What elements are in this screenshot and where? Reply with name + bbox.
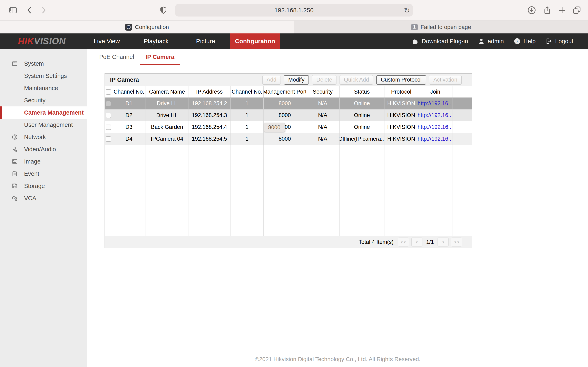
- content-area: PoE Channel IP Camera IP Camera Add Modi…: [87, 49, 588, 367]
- help-label: Help: [523, 38, 536, 45]
- filler-cell: [112, 145, 146, 236]
- table-header-row: Channel No. Camera Name IP Address Chann…: [105, 86, 472, 98]
- camera-link[interactable]: http://192.16...: [418, 112, 452, 118]
- nav-configuration[interactable]: Configuration: [230, 33, 280, 49]
- new-tab-icon[interactable]: [556, 4, 568, 16]
- download-plugin-label: Download Plug-in: [422, 38, 468, 45]
- spacer: [11, 73, 18, 79]
- row-checkbox[interactable]: [106, 136, 111, 142]
- share-icon[interactable]: [541, 4, 553, 16]
- col-ip-address: IP Address: [189, 86, 231, 98]
- row-checkbox-cell: [105, 98, 112, 109]
- table-row[interactable]: D4 IPCamera 04 192.168.254.5 1 8000 N/A …: [105, 133, 472, 145]
- sidebar-item-image[interactable]: Image: [0, 155, 87, 167]
- privacy-shield-icon[interactable]: [158, 4, 169, 16]
- activation-button[interactable]: Activation: [429, 75, 462, 85]
- back-icon[interactable]: [24, 4, 35, 16]
- cell-empty: [452, 133, 472, 145]
- first-page-button[interactable]: <<: [398, 238, 409, 247]
- vca-icon: ★: [11, 195, 18, 201]
- cell-join: http://192.16...: [418, 109, 452, 121]
- delete-button[interactable]: Delete: [312, 75, 337, 85]
- tab-poe-channel[interactable]: PoE Channel: [94, 49, 140, 65]
- sidebar-item-user-management[interactable]: User Management: [0, 119, 87, 131]
- camera-link[interactable]: http://192.16...: [418, 100, 452, 107]
- sidebar-item-maintenance[interactable]: Maintenance: [0, 82, 87, 94]
- svg-text:i: i: [517, 39, 518, 44]
- download-plugin-button[interactable]: Download Plug-in: [412, 38, 468, 45]
- camera-link[interactable]: http://192.16...: [418, 124, 452, 130]
- spacer: [11, 109, 18, 116]
- cell-security: N/A: [306, 109, 339, 121]
- col-channel-no: Channel No.: [112, 86, 146, 98]
- copyright-text: ©2021 Hikvision Digital Technology Co., …: [87, 356, 588, 363]
- sidebar-item-system-settings[interactable]: System Settings: [0, 70, 87, 82]
- sidebar-item-event[interactable]: Event: [0, 167, 87, 180]
- cell-channel2: 1: [231, 121, 264, 133]
- cell-ip: 192.168.254.5: [189, 133, 231, 145]
- logout-label: Logout: [555, 38, 573, 45]
- spacer: [11, 97, 18, 104]
- panel-buttons: Add Modify Delete Quick Add Custom Proto…: [262, 75, 462, 85]
- last-page-button[interactable]: >>: [451, 238, 462, 247]
- browser-tab-label: Failed to open page: [421, 24, 471, 30]
- cell-security: N/A: [306, 121, 339, 133]
- cell-channel: D1: [112, 98, 146, 109]
- help-button[interactable]: i Help: [514, 38, 536, 45]
- row-checkbox-cell: [105, 133, 112, 145]
- sidebar-item-security[interactable]: Security: [0, 94, 87, 106]
- table-row[interactable]: D3 Back Garden 192.168.254.4 1 8000 8000…: [105, 121, 472, 133]
- select-all-checkbox[interactable]: [106, 89, 111, 95]
- table-footer: Total 4 Item(s) << < 1/1 > >>: [105, 236, 472, 248]
- cell-join: http://192.16...: [418, 121, 452, 133]
- row-checkbox[interactable]: [106, 113, 111, 118]
- nav-live-view[interactable]: Live View: [82, 33, 131, 49]
- browser-tab-configuration[interactable]: Configuration: [0, 21, 294, 33]
- browser-tab-failed[interactable]: 1 Failed to open page: [294, 21, 588, 33]
- address-bar[interactable]: 192.168.1.250 ↻: [175, 4, 413, 17]
- table-row[interactable]: D1 Drive LL 192.168.254.2 1 8000 N/A Onl…: [105, 98, 472, 109]
- nav-playback[interactable]: Playback: [131, 33, 181, 49]
- logout-button[interactable]: Logout: [545, 38, 573, 45]
- reload-icon[interactable]: ↻: [404, 6, 410, 15]
- total-items-label: Total 4 Item(s): [359, 239, 393, 245]
- cell-port: 8000 8000: [264, 121, 306, 133]
- filler-cell: [146, 145, 189, 236]
- sidebar-item-storage[interactable]: Storage: [0, 180, 87, 192]
- add-button[interactable]: Add: [262, 75, 281, 85]
- col-management-port: Management Port: [264, 86, 306, 98]
- cell-protocol: HIKVISION: [384, 133, 418, 145]
- row-checkbox[interactable]: [106, 125, 111, 130]
- next-page-button[interactable]: >: [438, 238, 449, 247]
- tab-count-badge: 1: [411, 24, 418, 30]
- camera-link[interactable]: http://192.16...: [418, 136, 452, 142]
- sidebar-item-camera-management[interactable]: Camera Management: [0, 106, 87, 119]
- sidebar-item-network[interactable]: Network: [0, 131, 87, 143]
- sidebar-item-vca[interactable]: ★ VCA: [0, 192, 87, 204]
- tab-overview-icon[interactable]: [571, 4, 582, 16]
- cell-join: http://192.16...: [418, 98, 452, 109]
- forward-icon[interactable]: [38, 4, 49, 16]
- col-channel-no-2: Channel No.: [231, 86, 264, 98]
- quick-add-button[interactable]: Quick Add: [339, 75, 373, 85]
- sidebar-label: Network: [24, 134, 46, 141]
- custom-protocol-button[interactable]: Custom Protocol: [376, 75, 426, 85]
- cell-camera-name: Back Garden: [146, 121, 189, 133]
- user-menu[interactable]: admin: [478, 38, 504, 45]
- row-checkbox[interactable]: [106, 101, 111, 106]
- nav-picture[interactable]: Picture: [181, 33, 230, 49]
- cell-ip: 192.168.254.3: [189, 109, 231, 121]
- downloads-icon[interactable]: [526, 4, 537, 16]
- tab-ip-camera[interactable]: IP Camera: [140, 49, 180, 65]
- app-header: HIKVISION Live View Playback Picture Con…: [0, 33, 588, 49]
- sidebar-item-video-audio[interactable]: Video/Audio: [0, 143, 87, 155]
- table-row[interactable]: D2 Drive HL 192.168.254.3 1 8000 N/A Onl…: [105, 109, 472, 121]
- sidebar-label: Maintenance: [24, 85, 58, 92]
- modify-button[interactable]: Modify: [284, 75, 309, 85]
- sidebar-item-system[interactable]: System: [0, 58, 87, 70]
- window-icon: [11, 60, 18, 67]
- row-checkbox-cell: [105, 109, 112, 121]
- prev-page-button[interactable]: <: [411, 238, 423, 247]
- sidebar-toggle-icon[interactable]: [7, 4, 19, 16]
- filler-cell: [339, 145, 384, 236]
